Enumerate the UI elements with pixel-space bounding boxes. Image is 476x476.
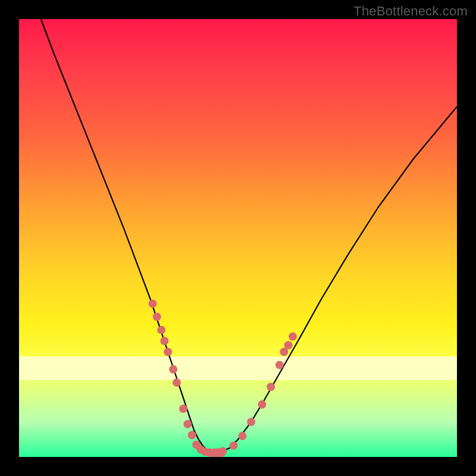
data-dot bbox=[238, 432, 246, 440]
plot-area bbox=[19, 19, 457, 457]
data-dot bbox=[183, 420, 192, 428]
dots-bottom-group bbox=[207, 449, 226, 457]
data-dot bbox=[267, 383, 275, 391]
data-dot bbox=[169, 365, 177, 374]
data-dot bbox=[289, 333, 297, 341]
data-dot bbox=[218, 449, 226, 457]
chart-svg bbox=[19, 19, 457, 457]
data-dot bbox=[164, 347, 172, 356]
data-dot bbox=[153, 313, 161, 321]
data-dot bbox=[149, 299, 157, 308]
data-dot bbox=[230, 441, 238, 450]
data-dot bbox=[247, 418, 255, 426]
data-dot bbox=[258, 400, 267, 409]
data-dot bbox=[284, 341, 293, 349]
data-dot bbox=[179, 405, 187, 413]
watermark-label: TheBottleneck.com bbox=[353, 4, 468, 19]
data-dot bbox=[160, 337, 168, 345]
data-dot bbox=[275, 361, 284, 369]
data-dot bbox=[188, 431, 196, 439]
outer-frame: TheBottleneck.com bbox=[0, 0, 476, 476]
data-dot bbox=[173, 378, 181, 387]
bottleneck-curve bbox=[41, 19, 457, 453]
data-dot bbox=[157, 326, 165, 334]
dots-right-group bbox=[210, 333, 298, 457]
